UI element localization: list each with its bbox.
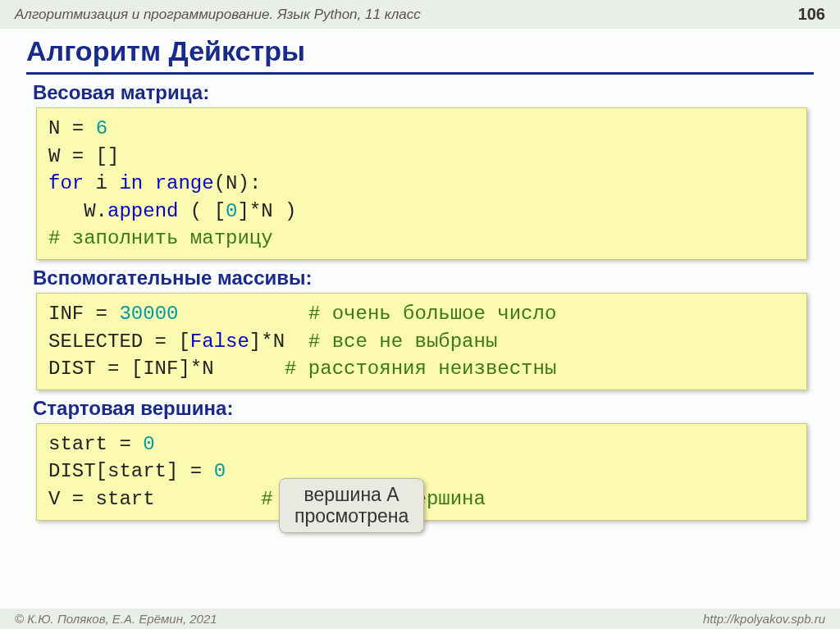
callout-box: вершина A просмотрена — [279, 478, 424, 533]
header-bar: Алгоритмизация и программирование. Язык … — [0, 0, 840, 29]
callout-line-2: просмотрена — [294, 505, 409, 526]
footer-link: http://kpolyakov.spb.ru — [703, 612, 825, 626]
callout-line-1: вершина A — [294, 484, 409, 505]
footer-copyright: © К.Ю. Поляков, Е.А. Ерёмин, 2021 — [15, 612, 217, 626]
section-1-title: Весовая матрица: — [33, 81, 814, 104]
slide-title: Алгоритм Дейкстры — [26, 35, 814, 75]
section-2-title: Вспомогательные массивы: — [33, 267, 814, 289]
code-block-2: INF = 30000 # очень большое число SELECT… — [36, 293, 807, 390]
footer-bar: © К.Ю. Поляков, Е.А. Ерёмин, 2021 http:/… — [0, 608, 840, 629]
slide-content: Алгоритм Дейкстры Весовая матрица: N = 6… — [0, 29, 840, 521]
code-block-1: N = 6 W = [] for i in range(N): W.append… — [36, 107, 807, 260]
course-title: Алгоритмизация и программирование. Язык … — [15, 7, 421, 23]
section-3-title: Стартовая вершина: — [33, 397, 814, 420]
page-number: 106 — [798, 5, 825, 24]
